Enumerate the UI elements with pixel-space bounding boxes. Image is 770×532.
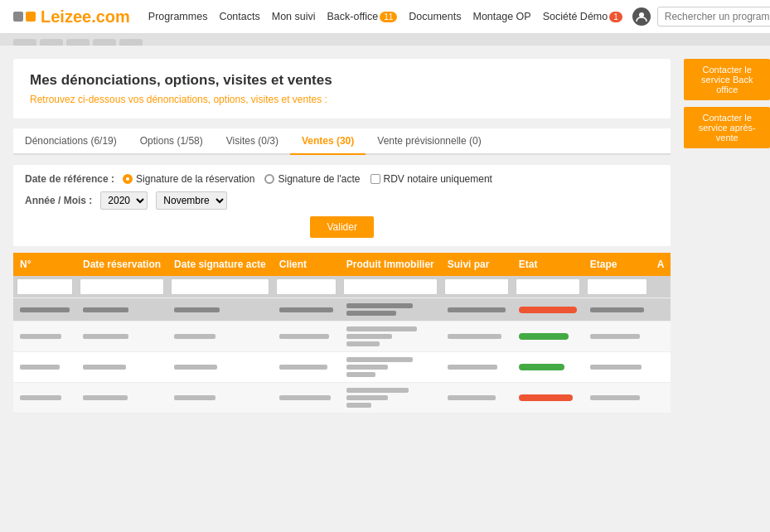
cell-etat-green [519, 364, 564, 370]
radio-dot-acte [264, 174, 274, 184]
backoffice-badge: 11 [380, 12, 397, 22]
radio-acte[interactable]: Signature de l'acte [264, 173, 360, 185]
cell-suivi [448, 334, 501, 339]
logo-square-orange [26, 12, 36, 22]
table-header-row: N° Date réservation Date signature acte … [13, 253, 671, 276]
year-select[interactable]: 2020 [100, 191, 148, 210]
nav-backoffice[interactable]: Back-office11 [327, 11, 398, 22]
cell-suivi [448, 395, 496, 400]
search-input[interactable] [657, 7, 770, 27]
filters-section: Date de référence : Signature de la rése… [13, 165, 671, 246]
breadcrumb-tab-4[interactable] [93, 39, 116, 46]
tab-options[interactable]: Options (1/58) [128, 128, 215, 155]
page-wrapper: Leizee.com Programmes Contacts Mon suivi… [0, 0, 770, 532]
cell-date-sig [174, 365, 217, 370]
tab-ventes[interactable]: Ventes (30) [290, 128, 366, 155]
tab-vente-prev[interactable]: Vente prévisionnelle (0) [366, 128, 492, 155]
tab-visites[interactable]: Visites (0/3) [215, 128, 290, 155]
valider-button[interactable]: Valider [310, 216, 373, 238]
cell-etape [590, 365, 642, 370]
table-row[interactable] [13, 383, 671, 414]
nav-documents[interactable]: Documents [409, 11, 461, 22]
cell-date-res [83, 307, 128, 312]
table-row[interactable] [13, 298, 671, 322]
breadcrumb-tab-5[interactable] [119, 39, 143, 46]
filter-date-sig[interactable] [171, 278, 269, 295]
filter-numero[interactable] [17, 278, 73, 295]
filter-date-res[interactable] [80, 278, 164, 295]
hero-subtitle: Retrouvez ci-dessous vos dénonciations, … [30, 94, 654, 105]
filter-etape[interactable] [587, 278, 647, 295]
left-panel: Mes dénonciations, options, visites et v… [0, 46, 684, 414]
cell-date-sig [174, 307, 220, 312]
contact-apres-vente-button[interactable]: Contacter le service après-vente [684, 107, 770, 148]
nav-societe[interactable]: Société Démo1 [543, 11, 622, 22]
filter-suivi[interactable] [444, 278, 509, 295]
cell-date-res [83, 365, 126, 370]
table-filter-row [13, 276, 671, 298]
breadcrumb-tab-1[interactable] [13, 39, 36, 46]
cell-etape [590, 334, 640, 339]
cell-client [279, 365, 327, 370]
checkbox-rdv[interactable]: RDV notaire uniquement [370, 173, 492, 185]
col-suivi: Suivi par [441, 253, 512, 276]
user-icon[interactable] [632, 7, 651, 26]
logo-area[interactable]: Leizee.com [13, 7, 130, 27]
nav-programmes[interactable]: Programmes [148, 11, 208, 22]
col-etape: Etape [584, 253, 651, 276]
logo-square-gray [13, 12, 23, 22]
col-numero: N° [13, 253, 76, 276]
logo-icon [13, 12, 36, 22]
radio-reservation[interactable]: Signature de la réservation [123, 173, 254, 185]
filter-row-date: Date de référence : Signature de la rése… [25, 173, 659, 185]
radio-dot-reservation [123, 174, 133, 184]
cell-etat-red [519, 394, 573, 401]
filter-client[interactable] [276, 278, 337, 295]
cell-produit [346, 303, 434, 316]
logo-text: Leizee.com [41, 7, 130, 27]
col-client: Client [273, 253, 340, 276]
cell-produit [346, 388, 434, 408]
col-date-res: Date réservation [76, 253, 167, 276]
svg-point-0 [639, 12, 644, 17]
breadcrumb-tab-3[interactable] [66, 39, 90, 46]
contact-backoffice-button[interactable]: Contacter le service Back office [684, 59, 770, 100]
breadcrumb-tab-2[interactable] [40, 39, 63, 46]
user-svg [636, 11, 647, 22]
radio-group: Signature de la réservation Signature de… [123, 173, 492, 185]
cell-date-res [83, 334, 128, 339]
cell-etat-red [519, 307, 577, 313]
filter-etat[interactable] [516, 278, 580, 295]
cell-suivi [448, 307, 506, 312]
main-table: N° Date réservation Date signature acte … [13, 253, 671, 414]
cell-produit [346, 357, 434, 377]
table-row[interactable] [13, 352, 671, 383]
nav-contacts[interactable]: Contacts [219, 11, 259, 22]
cell-num [20, 334, 61, 339]
cell-suivi [448, 365, 497, 370]
table-row[interactable] [13, 322, 671, 352]
cell-etape [590, 307, 644, 312]
date-reference-label: Date de référence : [25, 173, 114, 185]
filter-row-annee: Année / Mois : 2020 Novembre [25, 191, 659, 210]
table-wrapper: N° Date réservation Date signature acte … [13, 253, 671, 414]
cell-num [20, 365, 60, 370]
nav-mon-suivi[interactable]: Mon suivi [272, 11, 316, 22]
content-area: Mes dénonciations, options, visites et v… [0, 46, 770, 414]
annee-mois-label: Année / Mois : [25, 195, 92, 206]
filter-produit[interactable] [343, 278, 438, 295]
tab-denonciations[interactable]: Dénonciations (6/19) [13, 128, 128, 155]
logo-dot: .com [91, 7, 130, 26]
logo-leizee: Leizee [41, 7, 91, 26]
col-date-sig: Date signature acte [167, 253, 273, 276]
month-select[interactable]: Novembre [156, 191, 227, 210]
cell-num [20, 307, 70, 312]
header-right: 🔑 [632, 7, 770, 27]
nav-montage[interactable]: Montage OP [473, 11, 531, 22]
cell-date-sig [174, 334, 216, 339]
checkbox-box-rdv [370, 174, 380, 184]
cell-produit [346, 326, 434, 346]
cell-date-res [83, 395, 128, 400]
col-produit: Produit Immobilier [340, 253, 441, 276]
col-etat: Etat [512, 253, 584, 276]
